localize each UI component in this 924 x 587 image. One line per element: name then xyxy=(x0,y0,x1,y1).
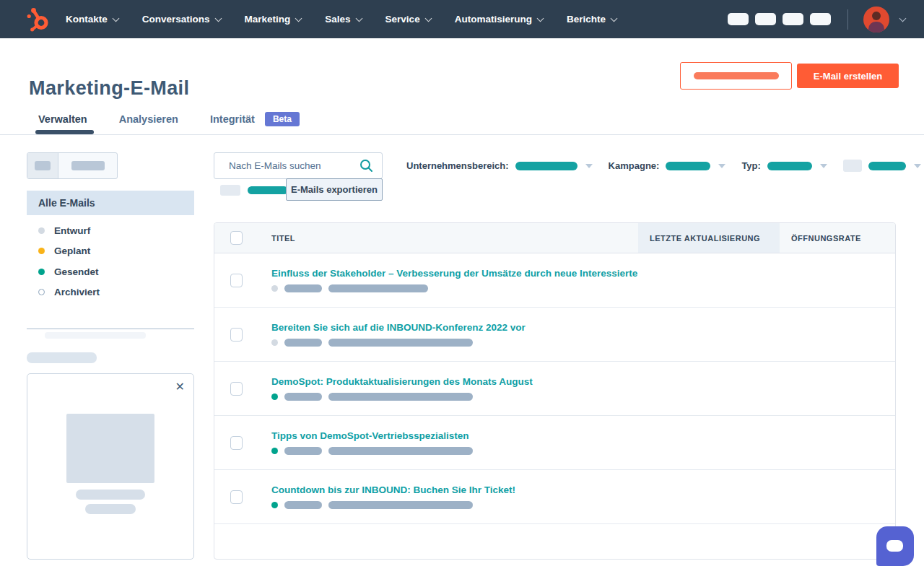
chevron-down-icon xyxy=(214,14,222,22)
nav-tool-placeholder-1[interactable] xyxy=(728,13,749,25)
chevron-down-icon xyxy=(295,14,302,22)
meta-placeholder-short xyxy=(284,393,322,401)
select-all-checkbox[interactable] xyxy=(230,231,243,245)
email-meta xyxy=(271,339,638,347)
email-title-link[interactable]: DemoSpot: Produktaktualisierungen des Mo… xyxy=(271,376,638,387)
sidebar-divider xyxy=(27,329,194,329)
filter-value-placeholder xyxy=(515,162,578,170)
search-input[interactable] xyxy=(227,160,359,172)
row-checkbox[interactable] xyxy=(230,436,243,450)
sidebar-status-item[interactable]: Archiviert xyxy=(27,282,194,303)
secondary-action-button[interactable] xyxy=(680,62,792,90)
column-header-title[interactable]: TITEL xyxy=(261,234,638,243)
tab-integritaet-label: Integrität xyxy=(210,113,255,125)
toolbar-placeholder-link[interactable] xyxy=(248,186,288,194)
chevron-down-icon xyxy=(112,14,119,22)
status-dot-icon xyxy=(38,289,45,295)
sidebar-ghost-placeholder xyxy=(45,332,146,339)
email-title-link[interactable]: Tipps von DemoSpot-Vertriebsspezialisten xyxy=(271,430,638,441)
export-emails-button[interactable]: E-Mails exportieren xyxy=(286,178,383,201)
tab-bar: Verwalten Analysieren Integrität Beta xyxy=(38,112,300,126)
nav-menu-item-label: Service xyxy=(385,14,420,25)
nav-menu-item-label: Automatisierung xyxy=(455,14,532,25)
nav-tool-placeholder-3[interactable] xyxy=(783,13,803,25)
nav-menu-item[interactable]: Service xyxy=(385,14,431,25)
view-toggle xyxy=(27,152,118,179)
filter-dropdown-redacted[interactable] xyxy=(843,160,921,172)
status-filter-list: Entwurf Geplant Gesendet Archiviert xyxy=(27,220,194,303)
chevron-down-icon[interactable] xyxy=(899,15,907,22)
sidebar-status-item[interactable]: Entwurf xyxy=(27,220,194,241)
app-window: Kontakte Conversations Marketing Sales xyxy=(0,0,924,587)
meta-placeholder-short xyxy=(284,501,322,509)
email-meta xyxy=(271,393,638,401)
nav-right-tools xyxy=(728,6,905,32)
hubspot-logo-icon[interactable] xyxy=(26,6,50,32)
view-toggle-folders[interactable] xyxy=(58,153,117,178)
sidebar-status-item[interactable]: Gesendet xyxy=(27,261,194,282)
row-checkbox[interactable] xyxy=(230,490,243,504)
table-row: Bereiten Sie sich auf die INBOUND-Konfer… xyxy=(214,307,895,361)
email-meta xyxy=(271,501,638,509)
email-title-link[interactable]: Einfluss der Stakeholder – Verbesserung … xyxy=(271,268,638,279)
nav-menu-item-label: Berichte xyxy=(567,14,606,25)
nav-menu-item[interactable]: Berichte xyxy=(567,14,616,25)
email-table: TITEL LETZTE AKTUALISIERUNG ÖFFNUNGSRATE… xyxy=(214,222,896,560)
table-footer xyxy=(214,523,895,560)
sidebar-item-all-emails[interactable]: Alle E-Mails xyxy=(27,191,194,215)
nav-menu-item-label: Kontakte xyxy=(66,14,108,25)
filter-value-placeholder xyxy=(868,162,906,170)
chevron-down-icon xyxy=(610,14,617,22)
chevron-down-icon xyxy=(424,14,432,22)
page-title: Marketing-E-Mail xyxy=(29,77,189,100)
filter-dropdown[interactable]: Kampagne: xyxy=(609,160,726,171)
tab-verwalten[interactable]: Verwalten xyxy=(38,113,87,125)
sidebar-status-item[interactable]: Geplant xyxy=(27,241,194,262)
promo-text-placeholder-1 xyxy=(76,490,145,500)
chevron-down-icon xyxy=(820,164,827,168)
email-title-link[interactable]: Bereiten Sie sich auf die INBOUND-Konfer… xyxy=(271,322,638,333)
toolbar-placeholder-box xyxy=(220,185,240,196)
filter-dropdown[interactable]: Typ: xyxy=(741,160,827,171)
close-icon[interactable]: ✕ xyxy=(173,379,187,395)
status-label: Gesendet xyxy=(54,266,99,277)
row-checkbox[interactable] xyxy=(230,382,243,396)
nav-tool-placeholder-2[interactable] xyxy=(755,13,776,25)
top-nav: Kontakte Conversations Marketing Sales xyxy=(0,0,924,38)
filter-value-placeholder xyxy=(767,162,812,170)
tab-integritaet[interactable]: Integrität Beta xyxy=(210,112,300,126)
header-divider xyxy=(0,134,924,135)
meta-placeholder-long xyxy=(328,339,473,347)
nav-menu-item[interactable]: Sales xyxy=(325,14,361,25)
email-title-link[interactable]: Countdown bis zur INBOUND: Buchen Sie Ih… xyxy=(271,484,638,495)
redacted-button-label xyxy=(694,72,779,79)
nav-tool-placeholder-4[interactable] xyxy=(810,13,831,25)
table-row: Einfluss der Stakeholder – Verbesserung … xyxy=(214,253,895,307)
filter-dropdown[interactable]: Unternehmensbereich: xyxy=(406,160,593,171)
meta-placeholder-short xyxy=(284,447,322,455)
avatar[interactable] xyxy=(863,6,889,32)
meta-placeholder-short xyxy=(284,339,322,347)
email-meta xyxy=(271,284,638,292)
email-meta xyxy=(271,447,638,455)
status-label: Archiviert xyxy=(54,287,100,297)
chevron-down-icon xyxy=(355,14,362,22)
tab-analysieren[interactable]: Analysieren xyxy=(119,113,178,125)
chevron-down-icon xyxy=(914,164,921,168)
filter-label: Typ: xyxy=(741,160,760,171)
meta-placeholder-short xyxy=(284,284,322,292)
column-header-updated[interactable]: LETZTE AKTUALISIERUNG xyxy=(638,223,780,253)
column-header-open-rate[interactable]: ÖFFNUNGSRATE xyxy=(780,234,895,243)
row-checkbox[interactable] xyxy=(230,328,243,342)
nav-menu-item[interactable]: Conversations xyxy=(142,14,221,25)
chat-widget-button[interactable] xyxy=(876,526,914,566)
create-email-button[interactable]: E-Mail erstellen xyxy=(797,64,899,88)
search-icon[interactable] xyxy=(359,159,373,173)
nav-menu-item[interactable]: Marketing xyxy=(245,14,302,25)
nav-menu-item[interactable]: Kontakte xyxy=(66,14,118,25)
view-toggle-list[interactable] xyxy=(27,153,58,178)
row-checkbox[interactable] xyxy=(230,274,243,287)
meta-placeholder-long xyxy=(328,447,473,455)
nav-menu-item[interactable]: Automatisierung xyxy=(455,14,543,25)
promo-text-placeholder-2 xyxy=(85,504,136,514)
